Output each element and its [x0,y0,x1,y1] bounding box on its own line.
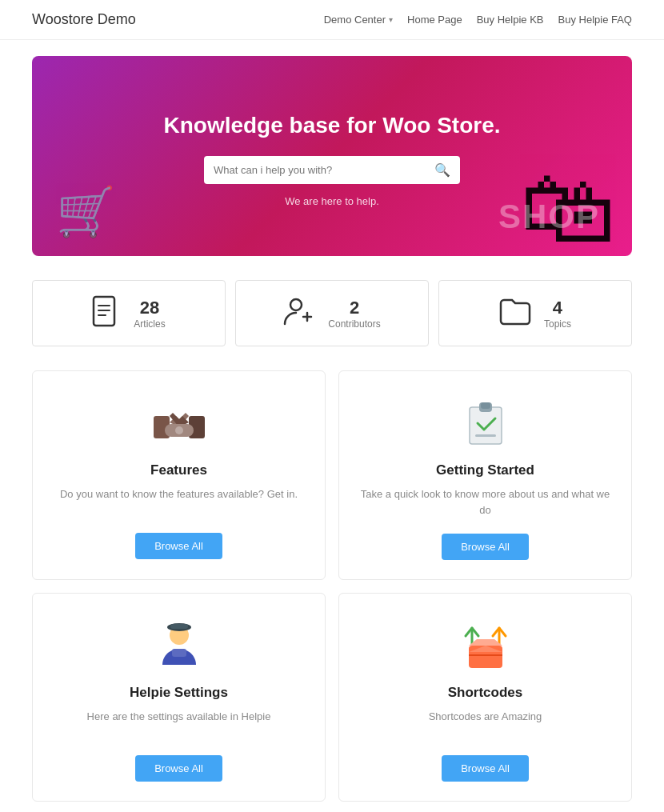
svg-point-1 [290,299,302,310]
nav-home-page[interactable]: Home Page [407,14,462,26]
categories-grid: Features Do you want to know the feature… [32,370,632,802]
helpie-settings-icon-area [49,618,309,674]
chevron-down-icon: ▾ [389,15,393,24]
hero-title: Knowledge base for Woo Store. [163,113,500,138]
folder-icon [499,297,531,330]
search-icon: 🔍 [434,162,450,178]
helpie-settings-title: Helpie Settings [49,685,309,701]
stats-bar: 28 Articles 2 Contributors [32,280,632,346]
svg-rect-14 [172,649,186,657]
features-title: Features [49,462,309,478]
shop-label: SHOP [498,198,600,236]
shortcodes-desc: Shortcodes are Amazing [355,709,615,739]
articles-count: 28 [134,298,165,318]
shopping-bag-decoration-left: 🛒 [56,183,116,240]
shortcodes-title: Shortcodes [355,685,615,701]
search-input[interactable] [214,156,434,184]
getting-started-icon-area [355,395,615,451]
helpie-settings-browse-button[interactable]: Browse All [135,755,222,782]
getting-started-browse-button[interactable]: Browse All [442,534,529,560]
stat-topics: 4 Topics [438,280,632,346]
nav-buy-helpie-kb[interactable]: Buy Helpie KB [477,14,544,26]
category-features: Features Do you want to know the feature… [32,370,326,580]
main-nav: Demo Center ▾ Home Page Buy Helpie KB Bu… [324,14,632,26]
svg-rect-13 [170,624,188,629]
hero-banner: 🛍 🛒 Knowledge base for Woo Store. 🔍 We a… [32,56,632,256]
svg-rect-9 [481,402,490,409]
category-helpie-settings: Helpie Settings Here are the settings av… [32,593,326,802]
svg-point-5 [175,426,183,434]
getting-started-title: Getting Started [355,462,615,478]
topics-label: Topics [544,318,571,330]
shortcodes-icon-area [355,618,615,674]
svg-rect-6 [470,407,502,444]
features-browse-button[interactable]: Browse All [135,533,222,559]
features-desc: Do you want to know the features availab… [49,486,309,517]
page-wrapper: Woostore Demo Demo Center ▾ Home Page Bu… [0,0,664,812]
nav-demo-center[interactable]: Demo Center ▾ [324,14,393,26]
stat-contributors: 2 Contributors [235,280,429,346]
shortcodes-browse-button[interactable]: Browse All [442,755,529,782]
svg-rect-10 [475,434,496,437]
header: Woostore Demo Demo Center ▾ Home Page Bu… [0,0,664,40]
site-title: Woostore Demo [32,11,136,28]
contributors-count: 2 [328,298,380,318]
category-getting-started: Getting Started Take a quick look to kno… [338,370,632,580]
hero-search-box[interactable]: 🔍 [204,156,460,184]
person-add-icon [283,295,315,331]
getting-started-desc: Take a quick look to know more about us … [355,486,615,518]
helpie-settings-desc: Here are the settings available in Helpi… [49,709,309,739]
document-icon [92,295,121,331]
stat-articles: 28 Articles [32,280,226,346]
contributors-label: Contributors [328,318,380,330]
features-icon-area [49,395,309,451]
category-shortcodes: Shortcodes Shortcodes are Amazing Browse… [338,593,632,802]
articles-label: Articles [134,318,165,330]
topics-count: 4 [544,298,571,318]
hero-subtitle: We are here to help. [285,195,379,207]
nav-buy-helpie-faq[interactable]: Buy Helpie FAQ [558,14,633,26]
